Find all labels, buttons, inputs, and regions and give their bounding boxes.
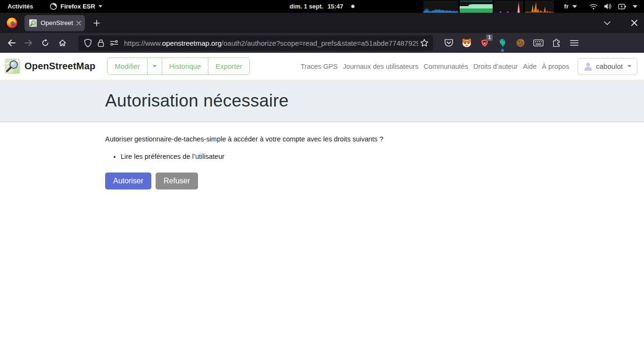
- nav-link-user-diaries[interactable]: Journaux des utilisateurs: [343, 63, 418, 70]
- chevron-down-icon: [627, 65, 631, 67]
- gnome-top-bar: Activités Firefox ESR dim. 1 sept. 15:47: [0, 0, 644, 13]
- bookmark-star-icon[interactable]: [420, 39, 429, 47]
- svg-text:u: u: [484, 41, 486, 45]
- tab-title: OpenStreetMap: [41, 19, 74, 26]
- chevron-down-icon: [572, 5, 577, 8]
- wifi-icon: [589, 3, 598, 10]
- notification-dot: [351, 5, 355, 8]
- teal-pin-extension-icon[interactable]: [497, 38, 508, 48]
- volume-icon: [604, 3, 612, 10]
- site-permissions-icon[interactable]: [110, 40, 118, 46]
- window-close-icon[interactable]: [631, 20, 637, 26]
- osm-brand-name: OpenStreetMap: [25, 61, 95, 72]
- firefox-logo-icon: [6, 17, 18, 29]
- deny-button[interactable]: Refuser: [156, 173, 198, 189]
- user-menu-button[interactable]: caboulot: [578, 58, 637, 75]
- firefox-nav-bar: https://www.openstreetmap.org/oauth2/aut…: [0, 33, 644, 53]
- swap-graph: [494, 0, 523, 13]
- osm-map-buttons: Modifier Historique Exporter: [107, 58, 250, 75]
- keyboard-layout-indicator[interactable]: fr: [564, 3, 577, 10]
- cpu-graph: [423, 0, 458, 13]
- tab-close-icon[interactable]: [76, 21, 81, 25]
- reload-button[interactable]: [38, 35, 53, 50]
- nav-link-about[interactable]: À propos: [542, 63, 569, 70]
- osm-nav-links: Traces GPS Journaux des utilisateurs Com…: [301, 63, 570, 70]
- firefox-mono-icon: [50, 3, 57, 10]
- nav-link-copyright[interactable]: Droits d’auteur: [473, 63, 518, 70]
- osm-logo: [5, 58, 20, 74]
- tracking-protection-shield-icon[interactable]: [84, 39, 92, 48]
- https-lock-icon[interactable]: [98, 39, 104, 47]
- cookie-extension-icon[interactable]: [515, 38, 526, 48]
- permission-item: Lire les préférences de l’utilisateur: [121, 153, 644, 160]
- nav-link-communities[interactable]: Communautés: [424, 63, 468, 70]
- export-button[interactable]: Exporter: [208, 58, 249, 74]
- notification-blue-dot: [501, 49, 504, 52]
- animal-extension-icon[interactable]: [462, 38, 472, 48]
- back-button[interactable]: [4, 35, 19, 50]
- hamburger-menu-icon[interactable]: [569, 38, 579, 48]
- edit-dropdown-button[interactable]: [148, 58, 162, 74]
- nav-link-gps-traces[interactable]: Traces GPS: [301, 63, 338, 70]
- page-title: Autorisation nécessaire: [105, 91, 289, 111]
- authorization-question: Autoriser gestionnaire-de-taches-simple …: [105, 135, 644, 143]
- system-monitor-applet[interactable]: [423, 0, 554, 13]
- pocket-icon[interactable]: [444, 38, 454, 48]
- browser-tab-openstreetmap[interactable]: OpenStreetMap: [25, 15, 85, 31]
- ublock-origin-icon[interactable]: u 1: [479, 38, 490, 48]
- activities-button[interactable]: Activités: [8, 3, 33, 10]
- ublock-badge: 1: [486, 34, 493, 41]
- authorize-button[interactable]: Autoriser: [105, 173, 151, 189]
- new-tab-button[interactable]: [90, 16, 104, 30]
- forward-button[interactable]: [21, 35, 36, 50]
- url-text[interactable]: https://www.openstreetmap.org/oauth2/aut…: [124, 39, 418, 47]
- network-graph: [525, 0, 554, 13]
- system-tray[interactable]: [589, 3, 644, 10]
- firefox-tab-bar: OpenStreetMap: [0, 13, 644, 33]
- app-menu-firefox[interactable]: Firefox ESR: [50, 3, 102, 10]
- chevron-down-icon: [99, 5, 102, 8]
- edit-button[interactable]: Modifier: [107, 58, 147, 74]
- chevron-down-icon: [153, 65, 157, 67]
- extensions-puzzle-icon[interactable]: [551, 38, 561, 48]
- osm-site-header: OpenStreetMap Modifier Historique Export…: [0, 53, 644, 80]
- battery-charging-icon: [618, 3, 627, 10]
- permissions-list: Lire les préférences de l’utilisateur: [121, 153, 644, 160]
- osm-favicon: [29, 19, 37, 27]
- list-all-tabs-chevron[interactable]: [604, 21, 611, 25]
- clock[interactable]: dim. 1 sept. 15:47: [289, 3, 343, 10]
- keyboard-extension-icon[interactable]: [533, 38, 544, 48]
- username: caboulot: [596, 62, 623, 70]
- authorization-body: Autoriser gestionnaire-de-taches-simple …: [0, 122, 644, 189]
- extension-toolbar: u 1: [444, 38, 579, 48]
- avatar: [584, 62, 593, 71]
- page-heading-strip: Autorisation nécessaire: [0, 80, 644, 122]
- memory-graph: [460, 0, 493, 13]
- chevron-down-icon: [633, 5, 637, 8]
- url-bar[interactable]: https://www.openstreetmap.org/oauth2/aut…: [78, 35, 433, 51]
- history-button[interactable]: Historique: [162, 58, 209, 74]
- nav-link-help[interactable]: Aide: [523, 63, 537, 70]
- home-button[interactable]: [55, 35, 70, 50]
- osm-brand[interactable]: OpenStreetMap: [5, 58, 95, 74]
